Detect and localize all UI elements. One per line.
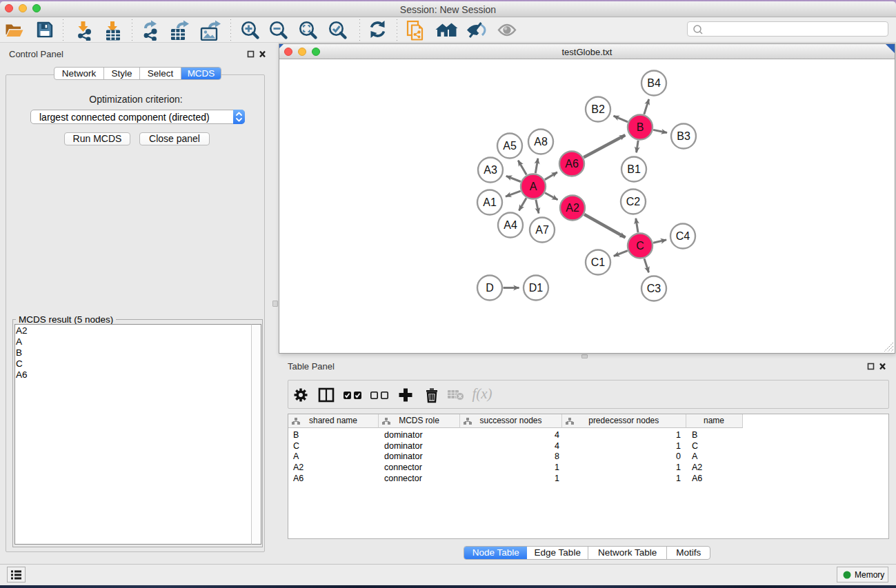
svg-text:B3: B3 <box>677 130 690 142</box>
svg-text:C2: C2 <box>626 196 641 207</box>
svg-text:C3: C3 <box>647 283 661 294</box>
svg-text:A7: A7 <box>535 224 549 236</box>
svg-text:A3: A3 <box>484 164 497 176</box>
svg-text:D: D <box>486 282 494 294</box>
svg-text:A4: A4 <box>504 219 517 231</box>
svg-text:B4: B4 <box>647 77 661 89</box>
svg-text:D1: D1 <box>529 282 544 294</box>
svg-text:A: A <box>530 181 537 192</box>
svg-text:A1: A1 <box>483 196 497 208</box>
svg-text:A2: A2 <box>566 202 579 214</box>
svg-text:C4: C4 <box>676 230 690 242</box>
svg-text:A6: A6 <box>565 158 579 170</box>
svg-text:B2: B2 <box>591 103 605 115</box>
svg-text:C1: C1 <box>591 256 606 268</box>
svg-text:C: C <box>636 240 644 252</box>
svg-text:B: B <box>637 121 644 133</box>
svg-text:B1: B1 <box>627 163 641 175</box>
svg-text:A8: A8 <box>534 136 548 148</box>
svg-text:A5: A5 <box>503 140 517 152</box>
